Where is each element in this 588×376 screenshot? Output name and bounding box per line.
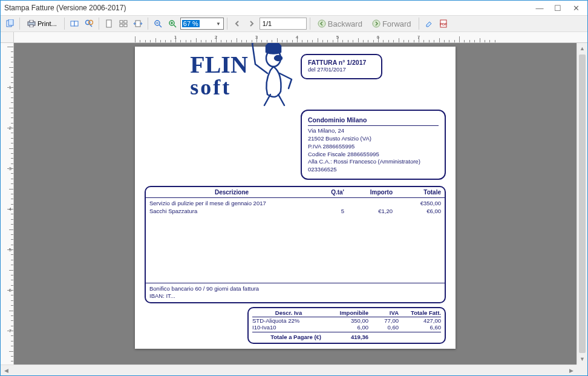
viewport: 1234567 1234567 FLIN xyxy=(1,32,587,375)
print-label: Print... xyxy=(38,20,57,27)
copy-icon[interactable] xyxy=(3,17,16,30)
svg-rect-3 xyxy=(30,20,33,22)
prev-page-button[interactable] xyxy=(230,17,244,30)
eraser-icon[interactable] xyxy=(422,17,436,30)
client-city: 21502 Busto Arsizio (VA) xyxy=(308,135,439,143)
items-table: Descrizione Q.ta' Importo Totale Servizi… xyxy=(145,186,446,303)
zoom-in-icon[interactable] xyxy=(166,17,179,30)
table-row: Servizio di pulizie per il mese di genna… xyxy=(149,199,441,207)
print-button[interactable]: Print... xyxy=(23,17,61,30)
invoice-date: del 27/01/2017 xyxy=(308,66,375,73)
svg-point-9 xyxy=(88,21,93,25)
th-imp: Importo xyxy=(344,189,393,196)
forward-button[interactable]: Forward xyxy=(368,17,416,30)
svg-line-18 xyxy=(159,25,162,27)
minimize-button[interactable]: — xyxy=(531,1,549,15)
svg-rect-6 xyxy=(74,21,78,26)
vat-total-value: 419,36 xyxy=(325,334,368,340)
th-qty: Q.ta' xyxy=(314,189,344,196)
page-value: 1/1 xyxy=(263,20,272,27)
payment-line-1: Bonifico bancario 60 / 90 giorni data fa… xyxy=(149,285,441,292)
vat-total-label: Totale a Pagare (€) xyxy=(252,334,325,340)
payment-line-2: IBAN: IT... xyxy=(149,292,441,300)
client-piva: P.IVA 2886655995 xyxy=(308,143,439,151)
vat-th-base: Imponibile xyxy=(325,309,368,316)
client-name: Condominio Milano xyxy=(308,116,439,124)
scroll-left-icon[interactable]: ◀ xyxy=(1,368,11,374)
vertical-ruler: 1234567 xyxy=(1,43,14,364)
client-phone: 023366525 xyxy=(308,166,439,174)
svg-rect-4 xyxy=(30,25,33,27)
vertical-scrollbar[interactable]: ▲ ▼ xyxy=(577,43,587,364)
find-icon[interactable] xyxy=(82,17,96,30)
svg-rect-11 xyxy=(120,21,123,23)
table-row: Sacchi Spazzatura5€1,20€6,00 xyxy=(149,207,441,215)
scroll-right-icon[interactable]: ▶ xyxy=(566,368,577,374)
svg-point-24 xyxy=(373,20,380,27)
chevron-down-icon: ▼ xyxy=(215,21,222,27)
client-addr: Via Milano, 24 xyxy=(308,127,439,135)
svg-rect-1 xyxy=(8,19,13,25)
vat-table: Descr. Iva Imponibile IVA Totale Fatt. S… xyxy=(247,307,446,344)
pdf-icon[interactable]: PDF xyxy=(437,17,450,30)
toolbar: Print... 67 %▼ 1/1 Backward Forward PDF xyxy=(1,15,587,32)
horizontal-scrollbar[interactable]: ◀ ▶ xyxy=(1,364,577,375)
invoice-page: FLIN xyxy=(135,47,456,349)
logo: FLIN xyxy=(190,54,248,97)
window-title: Stampa Fatture (Versione 2006-2017) xyxy=(3,4,531,12)
scroll-corner xyxy=(577,364,587,375)
titlebar: Stampa Fatture (Versione 2006-2017) — ☐ … xyxy=(1,1,587,15)
single-page-icon[interactable] xyxy=(102,17,116,30)
vat-th-tot: Totale Fatt. xyxy=(399,309,441,316)
svg-point-28 xyxy=(275,56,282,61)
invoice-number-box: FATTURA n° 1/2017 del 27/01/2017 xyxy=(301,54,382,79)
table-row: STD-Aliquota 22%350,0077,00427,00 xyxy=(252,317,441,324)
client-cf: Codice Fiscale 2886655995 xyxy=(308,151,439,159)
page-input[interactable]: 1/1 xyxy=(260,18,307,30)
svg-text:PDF: PDF xyxy=(440,22,447,26)
forward-label: Forward xyxy=(382,19,411,28)
close-button[interactable]: ✕ xyxy=(567,1,585,15)
zoom-out-icon[interactable] xyxy=(151,17,165,30)
th-desc: Descrizione xyxy=(149,189,314,196)
preview-canvas[interactable]: FLIN xyxy=(14,43,577,364)
backward-label: Backward xyxy=(328,19,362,28)
svg-rect-5 xyxy=(71,21,74,26)
zoom-value: 67 % xyxy=(182,20,200,27)
scroll-down-icon[interactable]: ▼ xyxy=(577,354,587,364)
table-row: I10-Iva106,000,606,60 xyxy=(252,324,441,331)
th-tot: Totale xyxy=(393,189,441,196)
ruler-corner xyxy=(1,32,14,43)
svg-line-22 xyxy=(174,25,176,27)
vat-th-iva: IVA xyxy=(368,309,399,316)
horizontal-ruler: 1234567 xyxy=(14,32,587,43)
invoice-number: FATTURA n° 1/2017 xyxy=(308,59,375,66)
client-box: Condominio Milano Via Milano, 24 21502 B… xyxy=(301,110,446,180)
svg-point-23 xyxy=(318,20,325,27)
next-page-button[interactable] xyxy=(245,17,258,30)
zoom-select[interactable]: 67 %▼ xyxy=(180,18,224,30)
vat-th-desc: Descr. Iva xyxy=(252,309,325,316)
multi-page-icon[interactable] xyxy=(117,17,130,30)
duplicate-icon[interactable] xyxy=(68,17,81,30)
svg-rect-14 xyxy=(124,24,127,27)
svg-rect-15 xyxy=(136,21,140,27)
svg-rect-13 xyxy=(120,24,123,27)
scroll-thumb[interactable] xyxy=(579,54,586,353)
fit-width-icon[interactable] xyxy=(131,17,145,30)
backward-button[interactable]: Backward xyxy=(313,17,367,30)
client-attn: Alla C.A.: Rossi Francesco (Amministrato… xyxy=(308,158,439,166)
svg-rect-12 xyxy=(124,21,127,23)
maximize-button[interactable]: ☐ xyxy=(549,1,567,15)
svg-rect-10 xyxy=(106,20,111,27)
scroll-up-icon[interactable]: ▲ xyxy=(577,43,587,54)
